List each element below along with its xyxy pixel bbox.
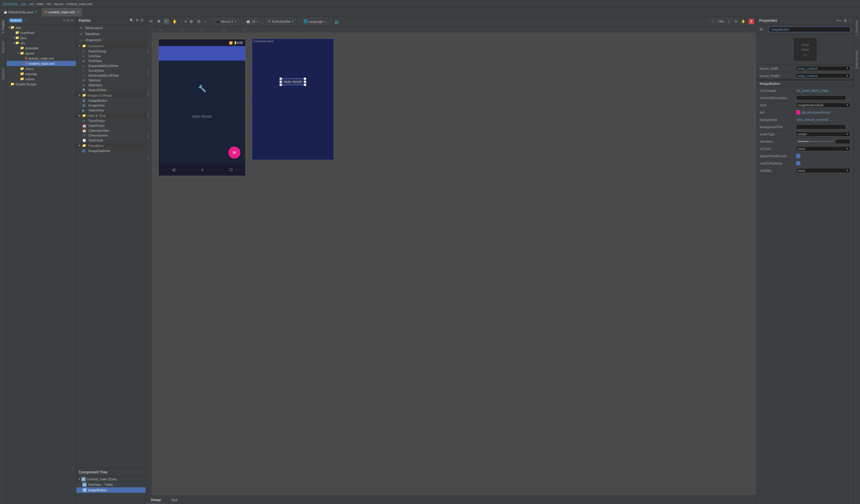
tree-item-activity-main[interactable]: ⊞ activity_main.xml bbox=[7, 56, 76, 61]
prop-dropdown-scaletype[interactable]: center ▼ bbox=[796, 132, 850, 136]
prop-expand-icon[interactable]: ⟵ bbox=[837, 18, 842, 23]
preview-icon[interactable]: 📺 bbox=[334, 19, 339, 24]
palette-item-hscrollview[interactable]: ↔ HorizontalScrollView bbox=[76, 73, 146, 78]
pan-tool-btn[interactable]: ✋ bbox=[740, 19, 747, 24]
prop-ellipsis-tint[interactable]: … bbox=[832, 111, 835, 114]
language-selector[interactable]: 🌐 Language ▼ bbox=[302, 18, 328, 24]
vtab-structure[interactable]: Structure bbox=[1, 39, 5, 56]
prop-ellipsis-bgtint[interactable]: … bbox=[847, 125, 850, 129]
toolbar-select-icon[interactable]: ↖ bbox=[163, 18, 169, 24]
palette-item-textclock[interactable]: 🕐 TextClock bbox=[76, 138, 146, 143]
palette-item-chronometer[interactable]: ⏱ Chronometer bbox=[76, 133, 146, 138]
prop-dropdown-layout-height[interactable]: wrap_content ▼ bbox=[796, 73, 850, 78]
handle-ml[interactable] bbox=[280, 81, 282, 83]
align-icon[interactable]: ⊞ bbox=[188, 18, 194, 24]
breadcrumb-main[interactable]: main bbox=[37, 2, 44, 6]
fab-button[interactable]: ✉ bbox=[228, 147, 241, 159]
tree-item-values[interactable]: 📁 values bbox=[7, 76, 76, 82]
toolbar-pan-icon[interactable]: ✋ bbox=[171, 18, 178, 24]
theme-selector[interactable]: ⊙ NoActionBar ▼ bbox=[267, 18, 296, 24]
selected-widget[interactable]: Hello World! bbox=[281, 78, 305, 85]
palette-item-videoview[interactable]: ▶ VideoView bbox=[76, 108, 146, 113]
prop-dropdown-onclick[interactable]: none ▼ bbox=[796, 146, 850, 151]
palette-item-imagebutton[interactable]: 🖼 ImageButton bbox=[76, 98, 146, 103]
palette-item-timepicker[interactable]: ⏱ TimePicker bbox=[76, 118, 146, 123]
palette-item-searchview[interactable]: 🔍 SearchView bbox=[76, 88, 146, 92]
palette-search-icon[interactable]: 🔍 bbox=[130, 18, 134, 23]
breadcrumb-src[interactable]: src bbox=[29, 2, 33, 6]
tree-item-content-main[interactable]: ⊞ content_main.xml bbox=[7, 61, 76, 66]
palette-item-tablelayout[interactable]: ⊞ TableLayout bbox=[76, 25, 146, 31]
sync-icon[interactable]: ⟳ bbox=[63, 18, 66, 23]
palette-item-scrollview[interactable]: ↕ ScrollView bbox=[76, 68, 146, 73]
breadcrumb-vectorapp[interactable]: VectorApp bbox=[2, 2, 18, 6]
palette-view-icon[interactable]: ⊡ bbox=[141, 18, 143, 23]
palette-item-imageswitcher[interactable]: 🖼 ImageSwitcher bbox=[76, 148, 146, 153]
tree-item-java[interactable]: ▼ 📁 java bbox=[7, 35, 76, 40]
prop-dropdown-style[interactable]: imageButtonStyle ▼ bbox=[796, 103, 850, 107]
palette-sort-icon[interactable]: ⚙ bbox=[136, 18, 139, 23]
prop-settings-icon[interactable]: ⚙ bbox=[844, 18, 847, 23]
prop-ellipsis-background[interactable]: … bbox=[829, 118, 833, 121]
handle-tl[interactable] bbox=[280, 77, 282, 80]
close-tab-main[interactable]: ✕ bbox=[35, 10, 37, 14]
margin-icon[interactable]: ↕ bbox=[203, 18, 208, 24]
tree-item-drawable[interactable]: 📁 drawable bbox=[7, 45, 76, 51]
tint-color-swatch[interactable] bbox=[796, 110, 800, 115]
distribute-icon[interactable]: ⊟ bbox=[196, 18, 202, 24]
api-selector[interactable]: 🤖 23 ▼ bbox=[245, 18, 260, 24]
handle-mr[interactable] bbox=[304, 81, 306, 83]
zoom-in-btn[interactable]: + bbox=[726, 19, 731, 24]
component-tree-item-textview[interactable]: Ab TextView - "Hello bbox=[76, 482, 146, 487]
layout-icon[interactable]: ⊡ bbox=[71, 18, 74, 23]
palette-item-datepicker[interactable]: 📅 DatePicker bbox=[76, 123, 146, 128]
palette-item-fragment[interactable]: ◇ <fragment> bbox=[76, 37, 146, 43]
vtab-project[interactable]: 1: Project bbox=[1, 17, 5, 35]
palette-item-expandablelistview[interactable]: ≡ ExpandableListView bbox=[76, 63, 146, 68]
palette-item-tabhost[interactable]: ⊟ TabHost bbox=[76, 78, 146, 83]
tree-item-manifests[interactable]: 📁 manifests bbox=[7, 30, 76, 35]
toolbar-pen-icon[interactable]: ✥ bbox=[156, 18, 162, 24]
breadcrumb-file[interactable]: content_main.xml bbox=[66, 2, 92, 6]
prop-dropdown-visibility[interactable]: none ▼ bbox=[796, 168, 850, 173]
settings-icon[interactable]: ⚙ bbox=[67, 18, 70, 23]
elevation-slider[interactable] bbox=[798, 141, 833, 142]
palette-item-radiogroup[interactable]: ⊙ RadioGroup bbox=[76, 49, 146, 54]
tree-item-app[interactable]: ▼ 📁 app bbox=[7, 25, 76, 30]
canvas-scrollable[interactable]: 📶 🔋 6:00 🔧 Hello World! ✉ bbox=[152, 33, 757, 495]
prop-input-elevation[interactable] bbox=[835, 139, 850, 144]
nav-recents[interactable]: □ bbox=[230, 167, 232, 172]
vtab-captures[interactable]: Captures bbox=[1, 65, 5, 83]
component-tree-item-root[interactable]: ▼ ⊞ content_main (Cons bbox=[76, 476, 146, 482]
nav-home[interactable]: ○ bbox=[201, 167, 203, 172]
tab-contentmain[interactable]: ⊞ content_main.xml ✕ bbox=[41, 8, 83, 16]
palette-item-calendarview[interactable]: 📅 CalendarView bbox=[76, 128, 146, 133]
palette-section-images[interactable]: ▼ 📁 Images & Media bbox=[76, 92, 146, 98]
tree-item-menu[interactable]: 📁 menu bbox=[7, 66, 76, 71]
handle-tr[interactable] bbox=[304, 77, 306, 80]
tab-design[interactable]: Design bbox=[146, 496, 166, 504]
prop-input-contentdesc[interactable] bbox=[796, 96, 846, 100]
fit-screen-btn[interactable]: ⊡ bbox=[733, 19, 738, 24]
nav-back[interactable]: ◁ bbox=[172, 167, 175, 172]
palette-section-containers[interactable]: ▼ 📁 Containers bbox=[76, 43, 146, 49]
zoom-out-btn[interactable]: − bbox=[710, 19, 716, 24]
prop-input-backgroundtint[interactable] bbox=[796, 125, 846, 129]
component-tree-item-imagebutton[interactable]: 🖼 imageButton bbox=[76, 487, 146, 493]
prop-ellipsis-contentdesc[interactable]: … bbox=[847, 96, 850, 100]
palette-item-gridview[interactable]: ⊞ GridView bbox=[76, 58, 146, 63]
breadcrumb-app[interactable]: app bbox=[20, 2, 26, 6]
prop-checkbox-adjustviewbounds[interactable] bbox=[796, 154, 800, 158]
tree-item-mipmap[interactable]: 📁 mipmap bbox=[7, 71, 76, 76]
palette-item-webview[interactable]: ⊙ WebView bbox=[76, 83, 146, 88]
palette-section-transitions[interactable]: ▼ 📁 Transitions bbox=[76, 143, 146, 148]
palette-item-imageview[interactable]: 🖼 ImageView bbox=[76, 103, 146, 108]
prop-ellipsis-srccompat[interactable]: … bbox=[829, 89, 833, 92]
palette-item-listview[interactable]: ≡ ListView bbox=[76, 54, 146, 58]
vtab-build-variants[interactable]: Build Variants bbox=[855, 47, 859, 71]
tab-mainactivity[interactable]: ☕ MainActivity.java ✕ bbox=[0, 8, 41, 16]
close-tab-content[interactable]: ✕ bbox=[76, 10, 79, 14]
device-selector[interactable]: 📱 Nexus 4 ▼ bbox=[214, 18, 238, 24]
tree-item-gradle[interactable]: 📁 Gradle Scripts bbox=[7, 82, 76, 87]
handle-br[interactable] bbox=[304, 84, 306, 86]
